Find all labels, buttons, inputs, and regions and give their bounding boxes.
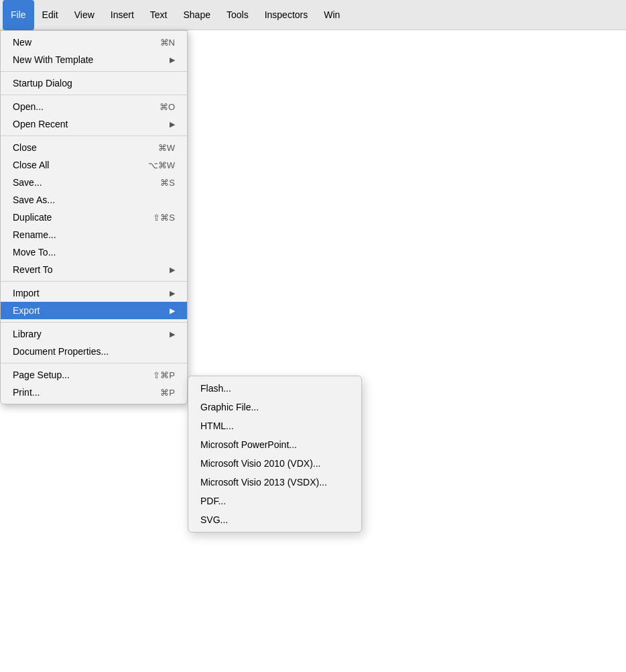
menu-edit[interactable]: Edit bbox=[34, 0, 66, 30]
menu-inspectors[interactable]: Inspectors bbox=[257, 0, 316, 30]
menu-shape[interactable]: Shape bbox=[175, 0, 218, 30]
menu-item-export[interactable]: Export ▶ bbox=[1, 302, 187, 319]
menu-item-library[interactable]: Library ▶ bbox=[1, 325, 187, 343]
separator-2 bbox=[1, 95, 187, 95]
export-svg[interactable]: SVG... bbox=[188, 510, 361, 529]
menu-item-save[interactable]: Save... ⌘S bbox=[1, 174, 187, 191]
menu-window[interactable]: Win bbox=[316, 0, 348, 30]
menu-item-move-to[interactable]: Move To... bbox=[1, 243, 187, 261]
export-html[interactable]: HTML... bbox=[188, 416, 361, 435]
separator-6 bbox=[1, 363, 187, 363]
file-menu: New ⌘N New With Template ▶ Startup Dialo… bbox=[0, 30, 188, 404]
file-menu-dropdown: New ⌘N New With Template ▶ Startup Dialo… bbox=[0, 30, 188, 404]
export-flash[interactable]: Flash... bbox=[188, 379, 361, 398]
export-powerpoint[interactable]: Microsoft PowerPoint... bbox=[188, 435, 361, 454]
menu-item-page-setup[interactable]: Page Setup... ⇧⌘P bbox=[1, 366, 187, 384]
menu-item-new-with-template[interactable]: New With Template ▶ bbox=[1, 51, 187, 68]
menubar: File Edit View Insert Text Shape Tools I… bbox=[0, 0, 626, 30]
menu-tools[interactable]: Tools bbox=[218, 0, 257, 30]
menu-file[interactable]: File bbox=[3, 0, 34, 30]
menu-item-document-properties[interactable]: Document Properties... bbox=[1, 343, 187, 360]
separator-4 bbox=[1, 281, 187, 282]
separator-3 bbox=[1, 135, 187, 136]
menu-item-open-recent[interactable]: Open Recent ▶ bbox=[1, 115, 187, 133]
menu-item-close[interactable]: Close ⌘W bbox=[1, 139, 187, 156]
menu-item-duplicate[interactable]: Duplicate ⇧⌘S bbox=[1, 209, 187, 226]
menu-item-open[interactable]: Open... ⌘O bbox=[1, 98, 187, 115]
separator-5 bbox=[1, 322, 187, 323]
menu-item-import[interactable]: Import ▶ bbox=[1, 284, 187, 302]
export-pdf[interactable]: PDF... bbox=[188, 492, 361, 510]
menu-text[interactable]: Text bbox=[142, 0, 176, 30]
export-graphic-file[interactable]: Graphic File... bbox=[188, 398, 361, 416]
menu-item-revert-to[interactable]: Revert To ▶ bbox=[1, 261, 187, 278]
menu-item-new[interactable]: New ⌘N bbox=[1, 34, 187, 51]
menu-item-startup-dialog[interactable]: Startup Dialog bbox=[1, 74, 187, 92]
menu-item-rename[interactable]: Rename... bbox=[1, 226, 187, 243]
export-submenu: Flash... Graphic File... HTML... Microso… bbox=[188, 376, 362, 533]
menu-insert[interactable]: Insert bbox=[103, 0, 142, 30]
menu-item-print[interactable]: Print... ⌘P bbox=[1, 384, 187, 401]
separator-1 bbox=[1, 71, 187, 72]
menu-item-close-all[interactable]: Close All ⌥⌘W bbox=[1, 156, 187, 174]
menu-view[interactable]: View bbox=[66, 0, 103, 30]
export-visio-2010[interactable]: Microsoft Visio 2010 (VDX)... bbox=[188, 454, 361, 473]
menu-item-save-as[interactable]: Save As... bbox=[1, 191, 187, 209]
export-visio-2013[interactable]: Microsoft Visio 2013 (VSDX)... bbox=[188, 473, 361, 492]
